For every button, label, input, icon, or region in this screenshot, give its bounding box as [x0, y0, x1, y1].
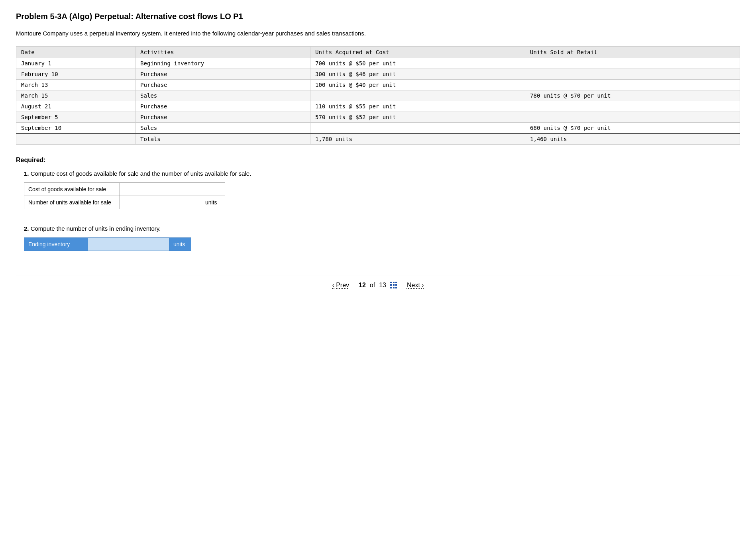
question-1-table: Cost of goods available for sale Number … — [24, 182, 225, 209]
prev-label: Prev — [336, 282, 349, 289]
ending-inv-input-cell — [88, 237, 169, 251]
cell-sold: 680 units @ $70 per unit — [525, 122, 740, 133]
totals-acquired: 1,780 units — [310, 133, 525, 145]
total-pages: 13 — [379, 282, 386, 289]
of-text: of — [370, 282, 375, 289]
table-row: January 1 Beginning inventory 700 units … — [16, 58, 740, 69]
cost-label: Cost of goods available for sale — [24, 182, 120, 196]
ending-inv-label: Ending inventory — [24, 237, 88, 251]
next-button[interactable]: Next › — [407, 282, 424, 289]
cost-input[interactable] — [124, 185, 197, 193]
ending-inventory-table: Ending inventory units — [24, 237, 191, 251]
cell-acquired: 100 units @ $40 per unit — [310, 79, 525, 90]
cost-input-cell — [120, 182, 201, 196]
cell-sold — [525, 58, 740, 69]
question-1: 1. Compute cost of goods available for s… — [16, 170, 740, 209]
cell-activity: Purchase — [135, 112, 310, 122]
next-chevron-icon: › — [422, 282, 424, 289]
cell-activity: Beginning inventory — [135, 58, 310, 69]
cell-sold — [525, 101, 740, 112]
prev-button[interactable]: ‹ Prev — [332, 282, 349, 289]
totals-label-empty — [16, 133, 135, 145]
table-row: March 15 Sales 780 units @ $70 per unit — [16, 90, 740, 101]
cell-sold — [525, 112, 740, 122]
cell-sold — [525, 69, 740, 79]
cell-date: March 15 — [16, 90, 135, 101]
cell-sold — [525, 79, 740, 90]
table-row: February 10 Purchase 300 units @ $46 per… — [16, 69, 740, 79]
totals-row: Totals 1,780 units 1,460 units — [16, 133, 740, 145]
cell-date: September 5 — [16, 112, 135, 122]
cell-activity: Purchase — [135, 79, 310, 90]
cell-date: August 21 — [16, 101, 135, 112]
cell-date: January 1 — [16, 58, 135, 69]
units-input-cell — [120, 196, 201, 209]
prev-chevron-icon: ‹ — [332, 282, 334, 289]
cell-acquired: 570 units @ $52 per unit — [310, 112, 525, 122]
cell-date: September 10 — [16, 122, 135, 133]
cell-activity: Purchase — [135, 69, 310, 79]
units-label: Number of units available for sale — [24, 196, 120, 209]
question-1-title: 1. Compute cost of goods available for s… — [24, 170, 740, 177]
transaction-table: Date Activities Units Acquired at Cost U… — [16, 46, 740, 145]
table-row: Ending inventory units — [24, 237, 191, 251]
page-title: Problem 5-3A (Algo) Perpetual: Alternati… — [16, 12, 740, 21]
table-row: March 13 Purchase 100 units @ $40 per un… — [16, 79, 740, 90]
cell-acquired: 300 units @ $46 per unit — [310, 69, 525, 79]
table-row: September 10 Sales 680 units @ $70 per u… — [16, 122, 740, 133]
page-info: 12 of 13 — [359, 282, 397, 289]
question-2: 2. Compute the number of units in ending… — [16, 225, 740, 251]
table-row: August 21 Purchase 110 units @ $55 per u… — [16, 101, 740, 112]
table-row: Cost of goods available for sale — [24, 182, 225, 196]
col-acquired: Units Acquired at Cost — [310, 46, 525, 58]
totals-label: Totals — [135, 133, 310, 145]
cell-acquired — [310, 122, 525, 133]
ending-inv-input[interactable] — [92, 240, 165, 248]
table-row: Number of units available for sale units — [24, 196, 225, 209]
grid-icon[interactable] — [390, 282, 397, 289]
cell-date: February 10 — [16, 69, 135, 79]
cell-activity: Sales — [135, 122, 310, 133]
totals-sold: 1,460 units — [525, 133, 740, 145]
col-sold: Units Sold at Retail — [525, 46, 740, 58]
cell-activity: Sales — [135, 90, 310, 101]
question-2-title: 2. Compute the number of units in ending… — [24, 225, 740, 232]
cell-acquired: 700 units @ $50 per unit — [310, 58, 525, 69]
intro-text: Montoure Company uses a perpetual invent… — [16, 29, 740, 38]
units-units: units — [201, 196, 225, 209]
cell-acquired: 110 units @ $55 per unit — [310, 101, 525, 112]
units-input[interactable] — [124, 198, 197, 206]
cell-acquired — [310, 90, 525, 101]
col-date: Date — [16, 46, 135, 58]
col-activities: Activities — [135, 46, 310, 58]
current-page: 12 — [359, 282, 366, 289]
required-label: Required: — [16, 157, 740, 164]
cell-date: March 13 — [16, 79, 135, 90]
table-row: September 5 Purchase 570 units @ $52 per… — [16, 112, 740, 122]
ending-inv-units: units — [169, 237, 191, 251]
cell-sold: 780 units @ $70 per unit — [525, 90, 740, 101]
cell-activity: Purchase — [135, 101, 310, 112]
next-label: Next — [407, 282, 420, 289]
cost-units — [201, 182, 225, 196]
navigation-bar: ‹ Prev 12 of 13 Next › — [16, 275, 740, 289]
